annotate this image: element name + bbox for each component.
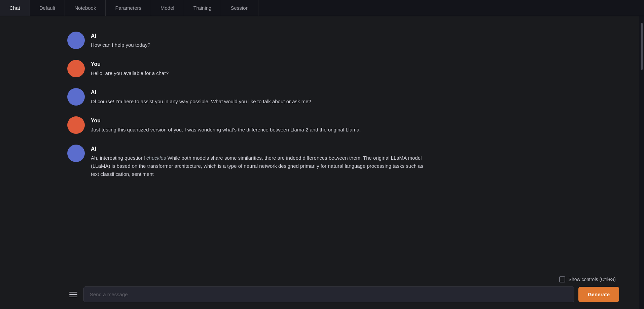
message-content: You Hello, are you available for a chat? [91, 60, 424, 77]
messages-container[interactable]: AI How can I help you today? You Hello, … [0, 16, 639, 273]
bottom-area: Show controls (Ctrl+S) Generate [0, 273, 639, 309]
show-controls-row: Show controls (Ctrl+S) [67, 276, 619, 282]
sender-label: You [91, 118, 424, 124]
sender-label: AI [91, 146, 424, 152]
message-content: AI Of course! I'm here to assist you in … [91, 88, 424, 106]
message-text: Just testing this quantized version of y… [91, 126, 424, 134]
avatar [67, 116, 85, 134]
avatar [67, 60, 85, 77]
avatar [67, 145, 85, 162]
hamburger-line-3 [69, 297, 77, 297]
hamburger-button[interactable] [67, 288, 79, 301]
table-row: You Hello, are you available for a chat? [0, 54, 444, 83]
sender-label: AI [91, 33, 424, 39]
tab-bar: Chat Default Notebook Parameters Model T… [0, 0, 644, 16]
tab-training[interactable]: Training [184, 0, 221, 16]
table-row: AI Ah, interesting question! chuckles Wh… [0, 139, 444, 184]
scrollbar-track[interactable] [639, 16, 644, 309]
message-text: Ah, interesting question! chuckles While… [91, 154, 424, 178]
table-row: AI Of course! I'm here to assist you in … [0, 83, 444, 111]
message-content: You Just testing this quantized version … [91, 116, 424, 134]
avatar [67, 88, 85, 106]
text-italic: chuckles [146, 155, 166, 161]
message-input[interactable] [83, 286, 574, 302]
tab-default[interactable]: Default [30, 0, 65, 16]
generate-button[interactable]: Generate [578, 287, 619, 302]
tab-parameters[interactable]: Parameters [106, 0, 151, 16]
tab-session[interactable]: Session [221, 0, 258, 16]
show-controls-checkbox[interactable] [559, 276, 565, 282]
message-text: Of course! I'm here to assist you in any… [91, 98, 424, 106]
tab-chat[interactable]: Chat [0, 0, 30, 16]
text-normal: Ah, interesting question! [91, 155, 146, 161]
tab-notebook[interactable]: Notebook [65, 0, 106, 16]
hamburger-line-2 [69, 294, 77, 295]
hamburger-line-1 [69, 292, 77, 293]
table-row: AI How can I help you today? [0, 26, 444, 54]
message-text: How can I help you today? [91, 41, 424, 49]
message-content: AI Ah, interesting question! chuckles Wh… [91, 145, 424, 178]
main-content: AI How can I help you today? You Hello, … [0, 16, 644, 309]
sender-label: AI [91, 89, 424, 95]
chat-area: AI How can I help you today? You Hello, … [0, 16, 639, 309]
message-text: Hello, are you available for a chat? [91, 69, 424, 77]
sender-label: You [91, 61, 424, 67]
message-content: AI How can I help you today? [91, 32, 424, 49]
tab-model[interactable]: Model [151, 0, 184, 16]
show-controls-label[interactable]: Show controls (Ctrl+S) [559, 276, 616, 282]
input-row: Generate [67, 286, 619, 302]
table-row: You Just testing this quantized version … [0, 111, 444, 139]
avatar [67, 32, 85, 49]
scrollbar-thumb[interactable] [641, 23, 643, 70]
